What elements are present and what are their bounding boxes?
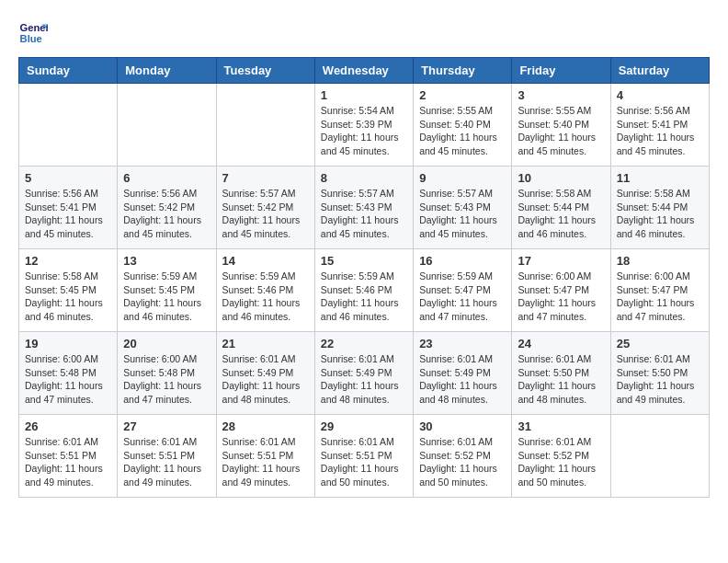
calendar-cell: 30Sunrise: 6:01 AMSunset: 5:52 PMDayligh…	[414, 415, 512, 498]
cell-content: Sunrise: 6:01 AMSunset: 5:51 PMDaylight:…	[222, 435, 309, 489]
cell-line: Sunset: 5:41 PM	[25, 201, 97, 213]
cell-line: Sunset: 5:43 PM	[419, 201, 491, 213]
day-number: 23	[419, 337, 506, 350]
day-number: 1	[321, 88, 407, 102]
cell-line: Sunrise: 5:59 AM	[123, 270, 197, 282]
cell-line: Sunset: 5:48 PM	[25, 367, 97, 378]
cell-line: Daylight: 11 hours and 45 minutes.	[518, 132, 596, 156]
week-row-2: 12Sunrise: 5:58 AMSunset: 5:45 PMDayligh…	[19, 249, 710, 332]
cell-content: Sunrise: 6:01 AMSunset: 5:49 PMDaylight:…	[321, 352, 407, 407]
cell-line: Daylight: 11 hours and 48 minutes.	[222, 380, 301, 405]
cell-line: Sunset: 5:52 PM	[419, 450, 491, 461]
cell-line: Sunrise: 6:01 AM	[419, 436, 493, 447]
day-number: 31	[518, 419, 604, 433]
cell-line: Sunset: 5:49 PM	[321, 367, 392, 378]
header-friday: Friday	[512, 58, 610, 84]
cell-content: Sunrise: 5:58 AMSunset: 5:44 PMDaylight:…	[617, 187, 703, 241]
svg-text:Blue: Blue	[20, 33, 42, 44]
logo: General Blue	[18, 18, 48, 48]
cell-line: Daylight: 11 hours and 46 minutes.	[518, 214, 596, 239]
cell-content: Sunrise: 6:01 AMSunset: 5:49 PMDaylight:…	[419, 352, 506, 407]
cell-line: Sunset: 5:41 PM	[617, 119, 688, 130]
calendar-cell: 8Sunrise: 5:57 AMSunset: 5:43 PMDaylight…	[314, 167, 413, 249]
day-number: 24	[518, 337, 604, 350]
cell-content: Sunrise: 6:01 AMSunset: 5:51 PMDaylight:…	[123, 435, 210, 489]
calendar-cell	[19, 84, 118, 167]
cell-line: Sunrise: 6:00 AM	[123, 353, 197, 364]
cell-content: Sunrise: 5:57 AMSunset: 5:43 PMDaylight:…	[321, 187, 407, 241]
cell-line: Daylight: 11 hours and 47 minutes.	[518, 297, 596, 322]
cell-line: Daylight: 11 hours and 50 minutes.	[321, 463, 399, 488]
cell-line: Sunset: 5:46 PM	[222, 284, 294, 295]
cell-line: Daylight: 11 hours and 47 minutes.	[123, 380, 201, 405]
cell-line: Sunset: 5:46 PM	[321, 284, 392, 295]
cell-line: Daylight: 11 hours and 46 minutes.	[25, 297, 103, 322]
cell-line: Sunrise: 5:57 AM	[419, 188, 493, 199]
cell-line: Sunrise: 6:00 AM	[617, 270, 690, 282]
calendar-cell: 20Sunrise: 6:00 AMSunset: 5:48 PMDayligh…	[118, 332, 216, 415]
cell-line: Sunrise: 6:01 AM	[123, 436, 197, 447]
cell-line: Daylight: 11 hours and 46 minutes.	[321, 297, 399, 322]
day-number: 9	[419, 171, 506, 185]
cell-line: Sunset: 5:42 PM	[123, 201, 195, 213]
day-number: 25	[617, 337, 703, 350]
cell-line: Sunset: 5:39 PM	[321, 119, 392, 130]
cell-line: Sunset: 5:51 PM	[321, 450, 392, 461]
day-number: 10	[518, 171, 604, 185]
header-saturday: Saturday	[610, 58, 709, 84]
calendar-cell: 29Sunrise: 6:01 AMSunset: 5:51 PMDayligh…	[314, 415, 413, 498]
cell-content: Sunrise: 5:59 AMSunset: 5:46 PMDaylight:…	[222, 270, 309, 324]
calendar-cell: 31Sunrise: 6:01 AMSunset: 5:52 PMDayligh…	[512, 415, 610, 498]
calendar-cell: 13Sunrise: 5:59 AMSunset: 5:45 PMDayligh…	[118, 249, 216, 332]
cell-content: Sunrise: 6:01 AMSunset: 5:50 PMDaylight:…	[617, 352, 703, 407]
header-tuesday: Tuesday	[216, 58, 314, 84]
day-number: 5	[25, 171, 111, 185]
cell-line: Sunrise: 5:59 AM	[321, 270, 394, 282]
calendar-cell: 14Sunrise: 5:59 AMSunset: 5:46 PMDayligh…	[216, 249, 314, 332]
cell-line: Sunrise: 5:56 AM	[617, 105, 690, 116]
cell-content: Sunrise: 5:58 AMSunset: 5:45 PMDaylight:…	[25, 270, 111, 324]
week-row-4: 26Sunrise: 6:01 AMSunset: 5:51 PMDayligh…	[19, 415, 710, 498]
calendar-cell	[610, 415, 709, 498]
cell-line: Daylight: 11 hours and 47 minutes.	[617, 297, 695, 322]
cell-line: Daylight: 11 hours and 47 minutes.	[25, 380, 103, 405]
day-number: 13	[123, 254, 210, 268]
cell-line: Daylight: 11 hours and 45 minutes.	[617, 132, 695, 156]
cell-line: Daylight: 11 hours and 50 minutes.	[419, 463, 497, 488]
calendar-cell	[118, 84, 216, 167]
calendar-cell: 21Sunrise: 6:01 AMSunset: 5:49 PMDayligh…	[216, 332, 314, 415]
cell-line: Daylight: 11 hours and 48 minutes.	[419, 380, 497, 405]
calendar-cell: 26Sunrise: 6:01 AMSunset: 5:51 PMDayligh…	[19, 415, 118, 498]
cell-line: Daylight: 11 hours and 46 minutes.	[123, 297, 201, 322]
cell-line: Sunrise: 6:01 AM	[321, 353, 394, 364]
cell-line: Sunset: 5:43 PM	[321, 201, 392, 213]
cell-line: Sunrise: 5:56 AM	[123, 188, 197, 199]
cell-line: Daylight: 11 hours and 46 minutes.	[617, 214, 695, 239]
cell-content: Sunrise: 6:01 AMSunset: 5:50 PMDaylight:…	[518, 352, 604, 407]
cell-content: Sunrise: 6:01 AMSunset: 5:51 PMDaylight:…	[25, 435, 111, 489]
cell-line: Sunset: 5:42 PM	[222, 201, 294, 213]
cell-content: Sunrise: 6:00 AMSunset: 5:48 PMDaylight:…	[25, 352, 111, 407]
header-monday: Monday	[118, 58, 216, 84]
cell-content: Sunrise: 6:01 AMSunset: 5:52 PMDaylight:…	[419, 435, 506, 489]
calendar-cell: 10Sunrise: 5:58 AMSunset: 5:44 PMDayligh…	[512, 167, 610, 249]
cell-line: Sunrise: 5:54 AM	[321, 105, 394, 116]
calendar-cell: 28Sunrise: 6:01 AMSunset: 5:51 PMDayligh…	[216, 415, 314, 498]
cell-line: Sunrise: 5:56 AM	[25, 188, 98, 199]
calendar-cell: 4Sunrise: 5:56 AMSunset: 5:41 PMDaylight…	[610, 84, 709, 167]
cell-line: Sunset: 5:48 PM	[123, 367, 195, 378]
day-number: 12	[25, 254, 111, 268]
calendar-header-row: SundayMondayTuesdayWednesdayThursdayFrid…	[19, 58, 710, 84]
cell-content: Sunrise: 5:59 AMSunset: 5:47 PMDaylight:…	[419, 270, 506, 324]
day-number: 19	[25, 337, 111, 350]
calendar-cell: 25Sunrise: 6:01 AMSunset: 5:50 PMDayligh…	[610, 332, 709, 415]
week-row-0: 1Sunrise: 5:54 AMSunset: 5:39 PMDaylight…	[19, 84, 710, 167]
cell-content: Sunrise: 5:56 AMSunset: 5:41 PMDaylight:…	[25, 187, 111, 241]
cell-content: Sunrise: 5:55 AMSunset: 5:40 PMDaylight:…	[518, 104, 604, 158]
cell-line: Daylight: 11 hours and 46 minutes.	[222, 297, 301, 322]
cell-line: Sunrise: 6:01 AM	[419, 353, 493, 364]
day-number: 6	[123, 171, 210, 185]
calendar-table: SundayMondayTuesdayWednesdayThursdayFrid…	[18, 57, 710, 498]
cell-line: Sunrise: 5:58 AM	[25, 270, 98, 282]
cell-line: Sunset: 5:50 PM	[617, 367, 688, 378]
